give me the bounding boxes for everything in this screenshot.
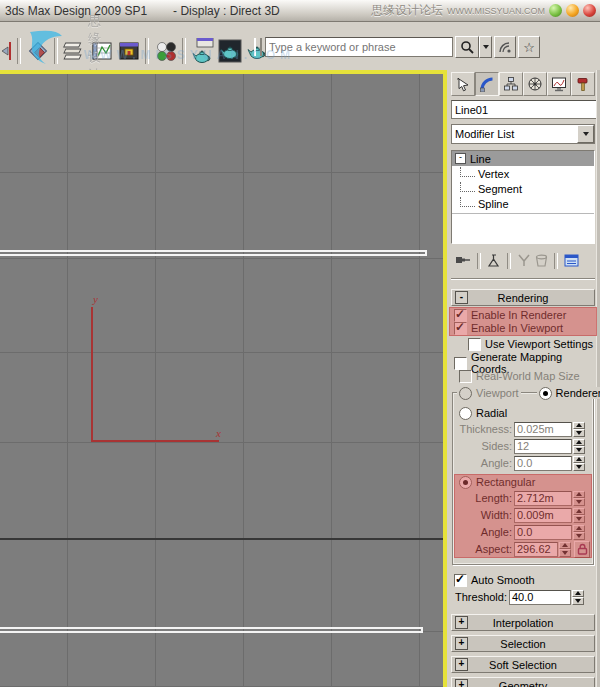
create-arrow-icon [455,76,471,92]
spinner[interactable] [573,525,585,540]
spinner[interactable] [573,456,585,471]
curve-editor-icon[interactable] [88,38,115,65]
title-bar: 3ds Max Design 2009 SP1 - Display : Dire… [0,0,600,22]
viewport[interactable]: y x [0,70,447,687]
aspect-lock-button[interactable] [574,541,590,558]
align-icon[interactable] [24,38,51,65]
radio[interactable] [459,407,472,420]
mirror-icon[interactable] [0,38,14,65]
material-editor-icon[interactable] [152,38,179,65]
tab-create[interactable] [451,72,475,96]
rollout-title: Rendering [452,292,594,304]
search-dropdown-button[interactable] [479,36,492,58]
modifier-list-arrow[interactable] [577,125,594,143]
stack-item-vertex[interactable]: Vertex [452,166,594,181]
remove-modifier-icon[interactable] [535,254,548,269]
spinner[interactable] [573,439,585,454]
aspect-field[interactable]: 296.62 [514,542,558,557]
schematic-view-icon[interactable] [115,38,142,65]
thickness-field[interactable]: 0.025m [514,422,572,437]
layer-manager-icon[interactable] [61,38,88,65]
panel-scroll-edge[interactable] [596,70,600,687]
checkbox[interactable] [468,338,481,351]
make-unique-icon[interactable] [517,254,531,269]
tab-motion[interactable] [523,72,547,96]
real-world-map-row[interactable]: Real-World Map Size [459,370,595,382]
rectangular-radio-row[interactable]: Rectangular [459,476,590,488]
rollout-title: Soft Selection [452,659,594,671]
rollout-geometry-header[interactable]: + Geometry [451,677,595,687]
renderer-radio[interactable]: Renderer [537,387,600,399]
length-row: Length: 2.712m [456,491,590,505]
tab-modify[interactable] [475,72,499,96]
show-end-result-icon[interactable] [487,254,501,269]
tab-utilities[interactable] [571,72,595,96]
object-name-input[interactable] [451,100,600,119]
modifier-list-dropdown[interactable]: Modifier List [451,124,595,144]
configure-modifier-sets-icon[interactable] [564,254,580,269]
favorites-button[interactable]: ☆ [518,36,540,58]
length-field[interactable]: 2.712m [514,491,572,506]
pin-stack-icon[interactable] [455,254,471,268]
rendered-frame-window-icon[interactable] [216,38,243,65]
spinner[interactable] [573,422,585,437]
grid-line-horizontal [0,352,443,353]
radial-angle-field[interactable]: 0.0 [514,456,572,471]
search-button[interactable] [455,36,479,58]
radio-label: Rectangular [476,476,535,488]
rollout-selection-header[interactable]: + Selection [451,635,595,652]
grid-line-horizontal [0,172,443,173]
tab-display[interactable] [547,72,571,96]
rollout-soft-selection-header[interactable]: + Soft Selection [451,656,595,673]
toolbar-grip[interactable] [254,38,262,56]
rect-angle-field[interactable]: 0.0 [514,525,572,540]
spinner[interactable] [573,508,585,523]
checkbox[interactable] [454,357,467,370]
checkbox[interactable] [454,322,467,335]
enable-in-viewport-row[interactable]: Enable In Viewport [454,322,595,334]
use-viewport-settings-row[interactable]: Use Viewport Settings [468,338,595,350]
spinner[interactable] [572,590,584,605]
field-label: Angle: [456,457,512,469]
separator [554,253,558,269]
tree-branch-icon [460,197,475,207]
panel-divider [451,278,595,280]
grid-line-vertical [155,74,156,687]
spinner[interactable] [559,542,571,557]
communication-center-button[interactable] [494,36,516,58]
rollout-interpolation-header[interactable]: + Interpolation [451,614,595,631]
field-label: Aspect: [456,543,512,555]
radio[interactable] [459,387,472,400]
spinner[interactable] [573,491,585,506]
sides-field[interactable]: 12 [514,439,572,454]
watermark-text: 思缘设计论坛 [371,2,443,19]
spline-object-bottom[interactable] [0,627,423,633]
enable-in-renderer-row[interactable]: Enable In Renderer [454,309,595,321]
checkbox[interactable] [454,574,467,587]
collapse-box-icon[interactable]: - [455,153,466,164]
field-label: Angle: [456,526,512,538]
render-setup-icon[interactable] [189,38,216,65]
stack-item-line[interactable]: - Line [452,151,594,166]
generate-mapping-row[interactable]: Generate Mapping Coords. [454,357,595,369]
stack-item-spline[interactable]: Spline [452,196,594,211]
stack-item-segment[interactable]: Segment [452,181,594,196]
axis-x-label: x [216,427,221,439]
spline-object-top[interactable] [0,250,427,256]
width-row: Width: 0.009m [456,508,590,522]
viewport-radio[interactable]: Viewport [457,387,521,399]
checkbox[interactable] [459,370,472,383]
rollout-rendering-header[interactable]: - Rendering [451,289,595,306]
stack-subitem-label: Vertex [478,168,509,180]
tab-hierarchy[interactable] [499,72,523,96]
width-field[interactable]: 0.009m [514,508,572,523]
radio[interactable] [539,387,552,400]
titlebar-watermark: 思缘设计论坛 www.missyuan.com [371,2,596,19]
stack-divider [452,213,594,214]
radio-label: Radial [476,407,507,419]
search-input[interactable] [265,37,453,57]
radial-radio-row[interactable]: Radial [459,407,590,419]
radio[interactable] [459,476,472,489]
auto-smooth-row[interactable]: Auto Smooth [454,574,595,586]
threshold-field[interactable]: 40.0 [509,590,571,605]
